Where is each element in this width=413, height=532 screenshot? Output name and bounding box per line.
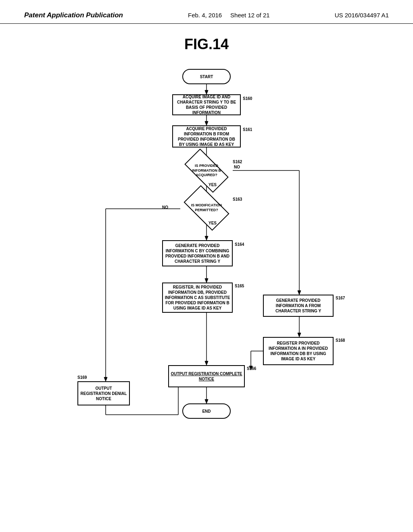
flowchart: START ACQUIRE IMAGE ID AND CHARACTER STR… [65, 61, 348, 484]
s160-label: S160 [243, 96, 252, 101]
svg-marker-26 [205, 399, 208, 403]
patent-number: US 2016/034497 A1 [335, 12, 389, 19]
svg-marker-3 [205, 121, 208, 125]
s163-label: S163 [233, 197, 242, 202]
s168-box: REGISTER PROVIDED INFORMATION A IN PROVI… [263, 337, 334, 365]
s163-yes: YES [209, 221, 217, 225]
svg-marker-15 [104, 377, 107, 381]
publication-title: Patent Application Publication [24, 11, 123, 19]
sheet: Sheet 12 of 21 [230, 12, 270, 19]
s162-yes: YES [209, 183, 217, 187]
figure-area: FIG.14 [0, 24, 413, 484]
figure-title: FIG.14 [184, 36, 229, 53]
s166-label: S166 [247, 366, 256, 371]
s163-no: NO [162, 205, 168, 210]
page-header: Patent Application Publication Feb. 4, 2… [0, 0, 413, 24]
s161-box: ACQUIRE PROVIDED INFORMATION B FROM PROV… [172, 125, 241, 148]
s169-label: S169 [77, 375, 87, 380]
svg-marker-21 [298, 333, 301, 337]
s165-box: REGISTER, IN PROVIDED INFORMATION DB, PR… [162, 283, 233, 313]
flowchart-arrows [65, 61, 348, 484]
s164-label: S164 [235, 242, 244, 247]
s166-box: OUTPUT REGISTRATION COMPLETE NOTICE [168, 365, 245, 387]
svg-marker-17 [205, 278, 208, 283]
s162-label: S162 [233, 160, 242, 164]
s164-box: GENERATE PROVIDED INFORMATION C BY COMBI… [162, 240, 233, 266]
date: Feb. 4, 2016 [188, 12, 222, 19]
s168-label: S168 [336, 338, 345, 343]
s162-no: NO [234, 165, 240, 169]
start-node: START [182, 69, 231, 84]
s160-box: ACQUIRE IMAGE ID AND CHARACTER STRING Y … [172, 94, 241, 115]
svg-marker-1 [205, 90, 208, 94]
svg-marker-19 [205, 361, 208, 365]
s169-box: OUTPUT REGISTRATION DENIAL NOTICE [77, 381, 130, 405]
date-sheet: Feb. 4, 2016 Sheet 12 of 21 [188, 12, 270, 19]
svg-marker-12 [205, 236, 208, 240]
s167-box: GENERATE PROVIDED INFORMATION A FROM CHA… [263, 295, 334, 317]
s165-label: S165 [235, 284, 244, 288]
end-node: END [182, 403, 231, 419]
s167-label: S167 [336, 296, 345, 300]
svg-marker-10 [298, 291, 301, 295]
s161-label: S161 [243, 127, 252, 132]
